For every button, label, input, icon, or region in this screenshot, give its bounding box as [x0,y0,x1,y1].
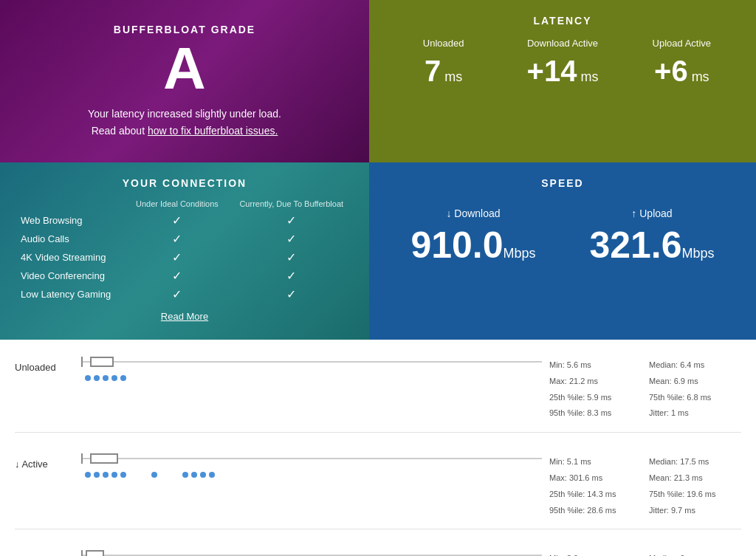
connection-row-ideal: ✓ [126,230,228,248]
chart-stat: Mean: 6.9 ms [649,374,741,389]
chart-dot [85,472,91,478]
chart-label: ↓ Active [15,451,74,470]
bufferbloat-grade: A [163,39,206,98]
latency-grid: Unloaded 7 ms Download Active +14 ms Upl… [384,38,741,86]
connection-row-name: Audio Calls [15,230,126,248]
connection-row-name: 4K Video Streaming [15,248,126,267]
chart-bar [81,548,542,556]
speed-download: ↓ Download 910.0Mbps [384,207,563,264]
latency-unloaded: Unloaded 7 ms [384,38,503,86]
bufferbloat-title: BUFFERBLOAT GRADE [114,24,255,35]
chart-bar [81,354,542,369]
connection-row-ideal: ✓ [126,285,228,303]
chart-tick-left [81,550,83,556]
chart-stat: Median: 6.4 ms [649,358,741,373]
chart-dot [200,472,206,478]
chart-dot [120,375,126,381]
connection-row: Audio Calls ✓ ✓ [15,230,354,248]
latency-unloaded-label: Unloaded [384,38,503,49]
connection-col-current: Currently, Due To Bufferbloat [229,196,355,211]
bufferbloat-link[interactable]: how to fix bufferbloat issues. [148,125,278,137]
chart-dot [151,472,157,478]
chart-stat: 25th %ile: 5.9 ms [549,391,642,405]
chart-stat: Max: 301.6 ms [549,471,642,486]
chart-dots [81,472,542,478]
connection-col-ideal: Under Ideal Conditions [126,196,228,211]
chart-label: Unloaded [15,354,74,373]
chart-dot [120,472,126,478]
chart-row: ↑ ActiveMin: 3.9 msMedian: 6 msMax: 227.… [15,548,741,556]
latency-download-label: Download Active [503,38,622,49]
chart-dot [103,472,109,478]
speed-panel: SPEED ↓ Download 910.0Mbps ↑ Upload 321.… [369,162,756,340]
chart-stat: Median: 17.5 ms [649,455,741,470]
connection-row-name: Video Conferencing [15,267,126,285]
chart-stat: Max: 21.2 ms [549,374,642,389]
chart-label: ↑ Active [15,548,74,556]
chart-row: UnloadedMin: 5.6 msMedian: 6.4 msMax: 21… [15,354,741,433]
latency-upload-label: Upload Active [622,38,741,49]
chart-box [90,453,117,464]
bufferbloat-panel: BUFFERBLOAT GRADE A Your latency increas… [0,0,369,162]
connection-row-ideal: ✓ [126,211,228,230]
connection-col-name [15,196,126,211]
connection-title: YOUR CONNECTION [15,177,354,189]
chart-dot [182,472,188,478]
chart-dot [209,472,215,478]
chart-tick-left [81,357,83,367]
connection-row-name: Low Latency Gaming [15,285,126,303]
chart-stat: Min: 3.9 ms [549,552,642,556]
connection-row-current: ✓ [229,267,355,285]
chart-stat: 75th %ile: 6.8 ms [649,391,741,405]
speed-upload-value: 321.6Mbps [563,227,741,264]
chart-dot [94,472,100,478]
chart-stat: Jitter: 1 ms [649,406,741,421]
bufferbloat-description: Your latency increased slightly under lo… [88,106,281,139]
connection-row-ideal: ✓ [126,267,228,285]
chart-dots [81,375,542,381]
latency-title: LATENCY [384,15,741,27]
connection-row-current: ✓ [229,248,355,267]
chart-tick-left [81,453,83,464]
chart-dot [85,375,91,381]
latency-upload-value: +6 ms [622,56,741,86]
read-more-link[interactable]: Read More [15,311,354,322]
connection-row: 4K Video Streaming ✓ ✓ [15,248,354,267]
chart-dot [191,472,197,478]
latency-panel: LATENCY Unloaded 7 ms Download Active +1… [369,0,756,162]
connection-row-current: ✓ [229,230,355,248]
chart-box [90,357,113,367]
chart-stat: 95th %ile: 28.6 ms [549,504,642,518]
chart-stat: 75th %ile: 19.6 ms [649,487,741,502]
speed-title: SPEED [384,177,741,189]
chart-stats: Min: 3.9 msMedian: 6 msMax: 227.3 msMean… [549,548,741,556]
connection-row: Video Conferencing ✓ ✓ [15,267,354,285]
connection-row-name: Web Browsing [15,211,126,230]
chart-dot [111,375,117,381]
charts-section: UnloadedMin: 5.6 msMedian: 6.4 msMax: 21… [0,340,756,556]
chart-box [86,550,104,556]
connection-row: Low Latency Gaming ✓ ✓ [15,285,354,303]
connection-row-current: ✓ [229,211,355,230]
chart-dot [103,375,109,381]
chart-stat: 95th %ile: 8.3 ms [549,406,642,421]
chart-stat: Mean: 21.3 ms [649,471,741,486]
chart-stat: Jitter: 9.7 ms [649,504,741,518]
speed-download-value: 910.0Mbps [384,227,563,264]
chart-line [81,361,542,363]
speed-download-label: ↓ Download [384,207,563,219]
latency-unloaded-value: 7 ms [384,56,503,86]
chart-visual [74,354,549,381]
speed-upload-label: ↑ Upload [563,207,741,219]
chart-stat: 25th %ile: 14.3 ms [549,487,642,502]
chart-stat: Min: 5.1 ms [549,455,642,470]
chart-line [81,458,542,459]
speed-upload: ↑ Upload 321.6Mbps [563,207,741,264]
latency-upload: Upload Active +6 ms [622,38,741,86]
chart-dot [111,472,117,478]
chart-dot [94,375,100,381]
connection-table: Under Ideal Conditions Currently, Due To… [15,196,354,303]
connection-row-ideal: ✓ [126,248,228,267]
chart-stats: Min: 5.1 msMedian: 17.5 msMax: 301.6 msM… [549,451,741,518]
chart-visual [74,548,549,556]
